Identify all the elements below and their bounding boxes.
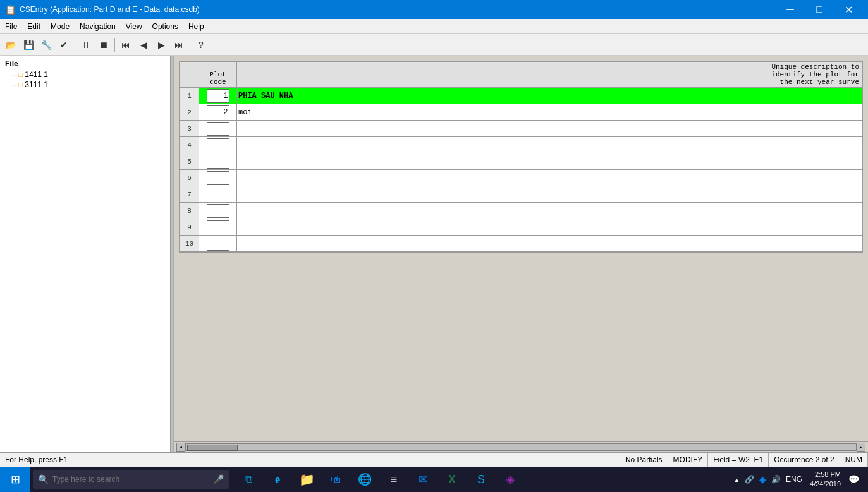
- apps-button-6[interactable]: ≡: [379, 467, 408, 492]
- last-toolbar-button[interactable]: ⏭: [171, 37, 187, 53]
- check-toolbar-button[interactable]: ✔: [56, 37, 72, 53]
- tray-up-arrow[interactable]: ▲: [731, 476, 742, 483]
- prev-toolbar-button[interactable]: ◀: [135, 37, 152, 53]
- plot-code-input-4[interactable]: [207, 138, 229, 152]
- tray-lang[interactable]: ENG: [783, 475, 805, 484]
- menu-file[interactable]: File: [0, 21, 22, 32]
- table-row: 3: [180, 121, 862, 137]
- pause-toolbar-button[interactable]: ⏸: [78, 37, 94, 53]
- desc-cell-8[interactable]: [237, 203, 862, 219]
- close-button[interactable]: ✕: [834, 0, 863, 19]
- status-partials-text: No Partials: [625, 455, 663, 464]
- desc-cell-1[interactable]: [237, 88, 862, 104]
- plot-code-cell-1[interactable]: [199, 88, 237, 104]
- plot-code-cell-4[interactable]: [199, 137, 237, 153]
- minimize-button[interactable]: ─: [776, 0, 805, 19]
- open-toolbar-button[interactable]: 📂: [3, 37, 19, 53]
- menu-edit[interactable]: Edit: [22, 21, 46, 32]
- plot-code-cell-7[interactable]: [199, 186, 237, 203]
- desc-input-2[interactable]: [237, 105, 862, 119]
- desc-input-1[interactable]: [237, 89, 862, 103]
- task-view-button[interactable]: ⧉: [234, 467, 263, 492]
- help-toolbar-button[interactable]: ?: [193, 37, 209, 53]
- maximize-button[interactable]: □: [805, 0, 834, 19]
- plot-code-input-6[interactable]: [207, 171, 229, 185]
- start-button[interactable]: ⊞: [0, 467, 30, 492]
- system-clock[interactable]: 2:58 PM 4/24/2019: [805, 470, 846, 489]
- menu-help[interactable]: Help: [183, 21, 209, 32]
- desc-cell-3[interactable]: [237, 121, 862, 137]
- tray-network-icon[interactable]: 🔗: [742, 475, 757, 484]
- desc-cell-5[interactable]: [237, 153, 862, 170]
- plot-code-cell-9[interactable]: [199, 219, 237, 236]
- app-11-button[interactable]: ◈: [496, 467, 525, 492]
- save-toolbar-button[interactable]: 💾: [20, 37, 37, 53]
- plot-code-cell-5[interactable]: [199, 153, 237, 170]
- desc-input-6[interactable]: [237, 171, 862, 185]
- notification-icon[interactable]: 💬: [846, 474, 862, 484]
- desc-input-8[interactable]: [237, 204, 862, 218]
- plot-code-input-10[interactable]: [207, 237, 229, 251]
- window-title: CSEntry (Application: Part D and E - Dat…: [20, 5, 200, 14]
- scroll-left-button[interactable]: ◂: [176, 443, 185, 452]
- desc-cell-9[interactable]: [237, 219, 862, 236]
- plot-code-input-3[interactable]: [207, 122, 229, 136]
- tray-dropbox-icon[interactable]: ◆: [757, 474, 769, 484]
- first-toolbar-button[interactable]: ⏮: [118, 37, 134, 53]
- desc-cell-10[interactable]: [237, 236, 862, 252]
- next-toolbar-button[interactable]: ▶: [153, 37, 169, 53]
- desc-input-5[interactable]: [237, 155, 862, 169]
- menu-options[interactable]: Options: [147, 21, 183, 32]
- menu-view[interactable]: View: [121, 21, 147, 32]
- stop-toolbar-button[interactable]: ⏹: [95, 37, 112, 53]
- row-num-3: 3: [180, 121, 199, 137]
- table-row: 8: [180, 203, 862, 219]
- plot-code-cell-10[interactable]: [199, 236, 237, 252]
- excel-button[interactable]: X: [437, 467, 467, 492]
- desc-cell-4[interactable]: [237, 137, 862, 153]
- form-area: Plot code Unique description toidentify …: [174, 56, 868, 441]
- skype-button[interactable]: S: [467, 467, 496, 492]
- plot-code-cell-6[interactable]: [199, 170, 237, 186]
- taskbar-search[interactable]: 🔍 🎤: [33, 470, 229, 489]
- scrollbar-thumb[interactable]: [187, 445, 238, 451]
- title-bar-controls[interactable]: ─ □ ✕: [776, 0, 863, 19]
- main-container: File ─ □ 1411 1 ─ □ 3111 1 Plot code: [0, 56, 868, 452]
- scroll-right-button[interactable]: ▸: [857, 443, 865, 452]
- desc-cell-2[interactable]: [237, 104, 862, 121]
- sidebar-item-3111[interactable]: ─ □ 3111 1: [3, 80, 168, 90]
- desc-cell-7[interactable]: [237, 186, 862, 203]
- desc-input-7[interactable]: [237, 188, 862, 201]
- tray-volume-icon[interactable]: 🔊: [769, 475, 783, 484]
- menu-navigation[interactable]: Navigation: [75, 21, 121, 32]
- plot-code-cell-8[interactable]: [199, 203, 237, 219]
- plot-code-input-7[interactable]: [207, 188, 229, 201]
- desc-input-10[interactable]: [237, 237, 862, 251]
- chrome-button[interactable]: 🌐: [350, 467, 379, 492]
- menu-mode[interactable]: Mode: [46, 21, 75, 32]
- plot-code-cell-3[interactable]: [199, 121, 237, 137]
- scrollbar-track[interactable]: [185, 443, 857, 451]
- desc-cell-6[interactable]: [237, 170, 862, 186]
- windows-store-button[interactable]: 🛍: [321, 467, 350, 492]
- desc-input-9[interactable]: [237, 220, 862, 234]
- desc-input-4[interactable]: [237, 138, 862, 152]
- plot-code-input-1[interactable]: [207, 89, 229, 103]
- horizontal-scrollbar[interactable]: ◂ ▸: [174, 441, 868, 452]
- plot-code-input-9[interactable]: [207, 220, 229, 234]
- file-explorer-button[interactable]: 📁: [292, 467, 321, 492]
- plot-code-input-2[interactable]: [207, 105, 229, 119]
- sidebar-item-1411[interactable]: ─ □ 1411 1: [3, 69, 168, 80]
- status-mode-text: MODIFY: [673, 455, 703, 464]
- search-input[interactable]: [52, 475, 213, 484]
- desc-input-3[interactable]: [237, 122, 862, 136]
- show-desktop-button[interactable]: [862, 467, 865, 492]
- plot-code-input-5[interactable]: [207, 155, 229, 169]
- outlook-button[interactable]: ✉: [408, 467, 437, 492]
- plot-code-cell-2[interactable]: [199, 104, 237, 121]
- edge-app-button[interactable]: e: [263, 467, 292, 492]
- properties-toolbar-button[interactable]: 🔧: [38, 37, 54, 53]
- col-header-plot: Plot code: [199, 62, 237, 88]
- plot-code-input-8[interactable]: [207, 204, 229, 218]
- table-row: 9: [180, 219, 862, 236]
